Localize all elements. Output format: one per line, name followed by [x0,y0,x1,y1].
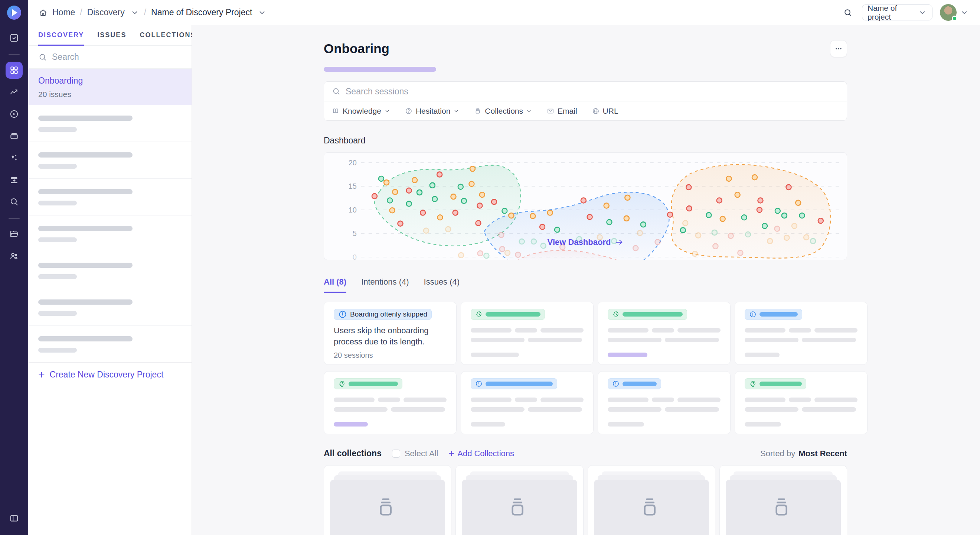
breadcrumb-home[interactable]: Home [52,8,75,18]
search-icon[interactable] [843,8,852,17]
filter-collections[interactable]: Collections [474,107,532,115]
sort-value[interactable]: Most Recent [799,449,847,458]
project-select[interactable]: Name of project [862,5,932,21]
data-point [795,200,801,206]
app-logo[interactable] [6,5,22,21]
panel-search-input[interactable] [52,52,163,62]
rail-item-search-icon[interactable] [6,193,23,210]
skeleton-bar [608,422,644,426]
data-point [519,239,525,244]
issue-card-skeleton[interactable] [735,371,867,434]
tab-intentions[interactable]: Intentions (4) [361,277,409,293]
add-collections-button[interactable]: + Add Collections [449,448,514,459]
select-all-label[interactable]: Select All [405,449,438,458]
y-axis-tick: 15 [348,182,357,190]
collection-card-placeholder[interactable] [588,465,715,535]
rail-item-users-icon[interactable] [6,248,23,265]
rail-item-grid-icon[interactable] [6,62,23,79]
filter-hesitation[interactable]: Hesitation [405,107,459,115]
tab-issues-count[interactable]: Issues (4) [424,277,460,293]
skeleton-chip [789,398,811,402]
view-dashboard-link[interactable]: View Dashbaord [547,237,624,247]
data-point [458,252,464,258]
skeleton-bar [38,189,132,194]
panel-search[interactable] [28,46,191,69]
rail-item-folder-icon[interactable] [6,225,23,243]
filter-knowledge[interactable]: Knowledge [332,107,390,115]
archive-box-icon [509,497,530,535]
sessions-search-input[interactable] [345,86,680,97]
tab-all[interactable]: All (8) [324,277,346,293]
data-point [461,198,467,204]
rail-item-sparkles-icon[interactable] [6,149,23,166]
create-discovery-project-button[interactable]: + Create New Discovery Project [28,362,191,387]
collections-heading: All collections [324,449,382,458]
issue-card-skeleton[interactable] [598,302,730,365]
data-point [706,212,711,218]
data-point [775,208,780,214]
data-point [682,221,688,226]
mind-icon [749,380,757,388]
chevron-down-icon[interactable] [960,8,969,17]
user-avatar[interactable] [940,4,957,21]
data-point [713,244,718,249]
data-point [500,246,505,252]
home-icon[interactable] [38,8,48,17]
rail-item-check-square-icon[interactable] [6,29,23,46]
rail-item-play-circle-icon[interactable] [6,105,23,123]
issue-card-skeleton[interactable] [461,371,593,434]
breadcrumb-project[interactable]: Name of Discovery Project [151,8,252,18]
data-point [696,233,701,238]
data-point [540,224,545,230]
rail-item-archive-icon[interactable] [6,128,23,145]
data-point [509,213,514,218]
archive-box-icon [773,497,794,535]
tab-issues[interactable]: ISSUES [97,25,126,46]
data-point [498,232,504,237]
search-icon [332,87,341,96]
data-point [515,252,520,257]
sessions-search[interactable] [324,82,847,101]
chevron-down-icon[interactable] [258,8,267,17]
data-point [784,235,789,240]
alert-circle-icon [612,380,620,388]
issue-card-skeleton[interactable] [324,371,457,434]
tab-collections[interactable]: COLLECTIONS [140,25,196,46]
skeleton-chip [815,328,858,332]
collapse-sidebar-icon[interactable] [6,510,23,527]
data-point [379,176,384,181]
data-point [445,227,451,232]
stack-strip [334,475,441,480]
data-point [687,206,692,211]
issue-card-featured[interactable]: Boarding oftenly skipped Users skip the … [324,302,457,365]
project-list-item-active[interactable]: Onboarding 20 issues [28,69,191,105]
mind-icon [338,380,345,388]
filter-url[interactable]: URL [592,107,619,115]
skeleton-chip [802,338,856,342]
more-options-button[interactable] [830,40,847,57]
breadcrumb-discovery[interactable]: Discovery [87,8,125,18]
select-all-checkbox[interactable] [392,450,400,458]
issue-card-skeleton[interactable] [598,371,730,434]
rail-item-inbox-tray-icon[interactable] [6,171,23,188]
data-point [804,235,809,240]
data-point [745,232,751,237]
data-point [800,213,805,218]
collection-card-placeholder[interactable] [324,465,452,535]
mind-icon [612,311,620,318]
issue-card-skeleton[interactable] [461,302,593,365]
collection-card-placeholder[interactable] [455,465,583,535]
data-point [437,172,442,177]
collection-card-placeholder[interactable] [719,465,847,535]
issue-card-skeleton[interactable] [735,302,867,365]
skeleton-bar [38,311,77,316]
tab-discovery[interactable]: DISCOVERY [38,25,84,46]
skeleton-bar [38,152,132,158]
skeleton-chip [541,328,584,332]
filter-email[interactable]: Email [547,107,577,115]
chevron-down-icon[interactable] [130,8,139,17]
search-icon [38,53,47,62]
skeleton-chip [678,328,721,332]
rail-item-line-chart-icon[interactable] [6,84,23,101]
project-list-item-skeleton [28,216,191,252]
